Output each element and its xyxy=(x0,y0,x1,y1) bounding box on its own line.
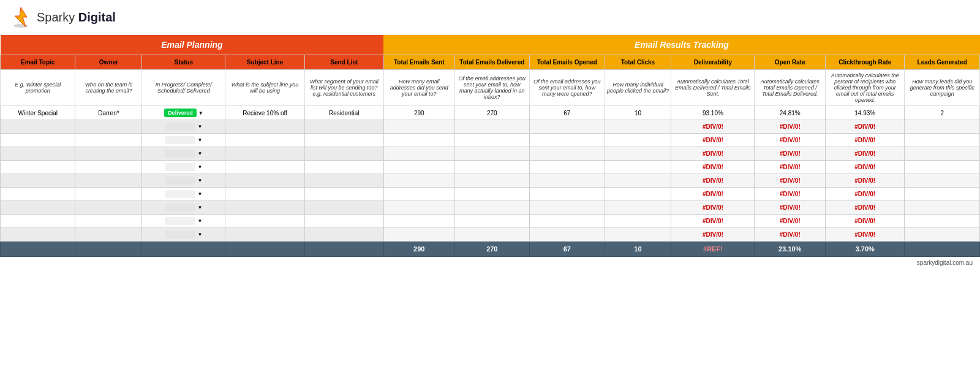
cell-deliverability: #DIV/0! xyxy=(671,147,755,161)
col-header-sendlist: Send List xyxy=(304,55,383,70)
dropdown-arrow-icon[interactable]: ▼ xyxy=(197,178,202,183)
cell-status[interactable]: ▼ xyxy=(142,174,225,188)
table-row: ▼#DIV/0!#DIV/0!#DIV/0! xyxy=(1,188,980,201)
cell-openrate: #DIV/0! xyxy=(755,134,826,147)
col-header-topic: Email Topic xyxy=(1,55,75,70)
cell-delivered xyxy=(454,161,529,174)
cell-owner xyxy=(75,215,142,228)
cell-status[interactable]: ▼ xyxy=(142,188,225,201)
col-header-clicks: Total Clicks xyxy=(605,55,671,70)
empty-status-box xyxy=(165,217,195,225)
desc-leads: How many leads did you generate from thi… xyxy=(905,70,980,106)
cell-status[interactable]: ▼ xyxy=(142,147,225,161)
desc-topic: E.g. Winter special promotion xyxy=(1,70,75,106)
cell-sendlist xyxy=(304,188,383,201)
empty-status-box xyxy=(165,204,195,212)
empty-status-box xyxy=(165,231,195,239)
cell-sendlist xyxy=(304,161,383,174)
cell-opened xyxy=(530,134,605,147)
cell-ctr: #DIV/0! xyxy=(826,228,905,242)
dropdown-arrow-icon[interactable]: ▼ xyxy=(197,232,202,237)
dropdown-arrow-icon[interactable]: ▼ xyxy=(197,124,202,129)
cell-subject xyxy=(225,161,304,174)
footer-total-delivered: 270 xyxy=(454,242,529,257)
table-row: ▼#DIV/0!#DIV/0!#DIV/0! xyxy=(1,147,980,161)
email-tracking-table: Email Planning Email Results Tracking Em… xyxy=(0,35,980,257)
status-badge: Delivered xyxy=(164,109,197,117)
cell-sent xyxy=(383,120,454,134)
cell-sent xyxy=(383,188,454,201)
cell-sendlist xyxy=(304,147,383,161)
desc-owner: Who on the team is creating the email? xyxy=(75,70,142,106)
footer-openrate: 23.10% xyxy=(755,242,826,257)
cell-owner xyxy=(75,120,142,134)
cell-status[interactable]: ▼ xyxy=(142,201,225,215)
cell-status[interactable]: Delivered▼ xyxy=(142,106,225,120)
cell-topic xyxy=(1,174,75,188)
cell-leads xyxy=(905,120,980,134)
cell-leads xyxy=(905,161,980,174)
col-header-opened: Total Emails Opened xyxy=(530,55,605,70)
dropdown-arrow-icon[interactable]: ▼ xyxy=(197,137,202,143)
col-header-ctr: Clickthrough Rate xyxy=(826,55,905,70)
dropdown-arrow-icon[interactable]: ▼ xyxy=(197,151,202,156)
cell-status[interactable]: ▼ xyxy=(142,120,225,134)
footer-deliverability: #REF! xyxy=(671,242,755,257)
table-row: ▼#DIV/0!#DIV/0!#DIV/0! xyxy=(1,134,980,147)
cell-clicks: 10 xyxy=(605,106,671,120)
cell-clicks xyxy=(605,120,671,134)
table-row: ▼#DIV/0!#DIV/0!#DIV/0! xyxy=(1,201,980,215)
empty-status-box xyxy=(165,190,195,198)
dropdown-arrow-icon[interactable]: ▼ xyxy=(197,191,202,197)
logo-icon xyxy=(10,6,32,28)
cell-sendlist xyxy=(304,228,383,242)
table-row: ▼#DIV/0!#DIV/0!#DIV/0! xyxy=(1,215,980,228)
cell-sent xyxy=(383,174,454,188)
cell-leads xyxy=(905,174,980,188)
cell-status[interactable]: ▼ xyxy=(142,228,225,242)
cell-delivered xyxy=(454,147,529,161)
cell-status[interactable]: ▼ xyxy=(142,161,225,174)
desc-deliverability: Automatically calculates Total Emails De… xyxy=(671,70,755,106)
cell-owner xyxy=(75,174,142,188)
cell-openrate: #DIV/0! xyxy=(755,188,826,201)
dropdown-arrow-icon[interactable]: ▼ xyxy=(198,110,203,116)
desc-openrate: Automatically calculates Total Emails Op… xyxy=(755,70,826,106)
cell-clicks xyxy=(605,228,671,242)
cell-clicks xyxy=(605,201,671,215)
planning-section-header: Email Planning xyxy=(1,35,384,55)
cell-deliverability: #DIV/0! xyxy=(671,134,755,147)
cell-owner: Darren* xyxy=(75,106,142,120)
empty-status-box xyxy=(165,177,195,185)
cell-topic xyxy=(1,161,75,174)
column-header-row: Email Topic Owner Status Subject Line Se… xyxy=(1,55,980,70)
cell-status[interactable]: ▼ xyxy=(142,215,225,228)
dropdown-arrow-icon[interactable]: ▼ xyxy=(197,205,202,210)
results-section-header: Email Results Tracking xyxy=(383,35,979,55)
dropdown-arrow-icon[interactable]: ▼ xyxy=(197,218,202,224)
footer-ctr: 3.70% xyxy=(826,242,905,257)
col-header-owner: Owner xyxy=(75,55,142,70)
cell-delivered xyxy=(454,228,529,242)
cell-ctr: #DIV/0! xyxy=(826,215,905,228)
cell-openrate: #DIV/0! xyxy=(755,120,826,134)
cell-opened xyxy=(530,201,605,215)
header: Sparky Digital xyxy=(0,0,980,35)
cell-openrate: #DIV/0! xyxy=(755,147,826,161)
cell-deliverability: #DIV/0! xyxy=(671,120,755,134)
cell-topic xyxy=(1,120,75,134)
cell-status[interactable]: ▼ xyxy=(142,134,225,147)
table-row: ▼#DIV/0!#DIV/0!#DIV/0! xyxy=(1,228,980,242)
cell-subject xyxy=(225,188,304,201)
cell-leads xyxy=(905,215,980,228)
cell-ctr: #DIV/0! xyxy=(826,174,905,188)
empty-status-box xyxy=(165,150,195,158)
footer-empty-1 xyxy=(1,242,75,257)
desc-sendlist: What segment of your email list will you… xyxy=(304,70,383,106)
cell-openrate: #DIV/0! xyxy=(755,215,826,228)
cell-delivered xyxy=(454,120,529,134)
cell-sendlist xyxy=(304,134,383,147)
cell-openrate: 24.81% xyxy=(755,106,826,120)
dropdown-arrow-icon[interactable]: ▼ xyxy=(197,164,202,170)
cell-clicks xyxy=(605,174,671,188)
